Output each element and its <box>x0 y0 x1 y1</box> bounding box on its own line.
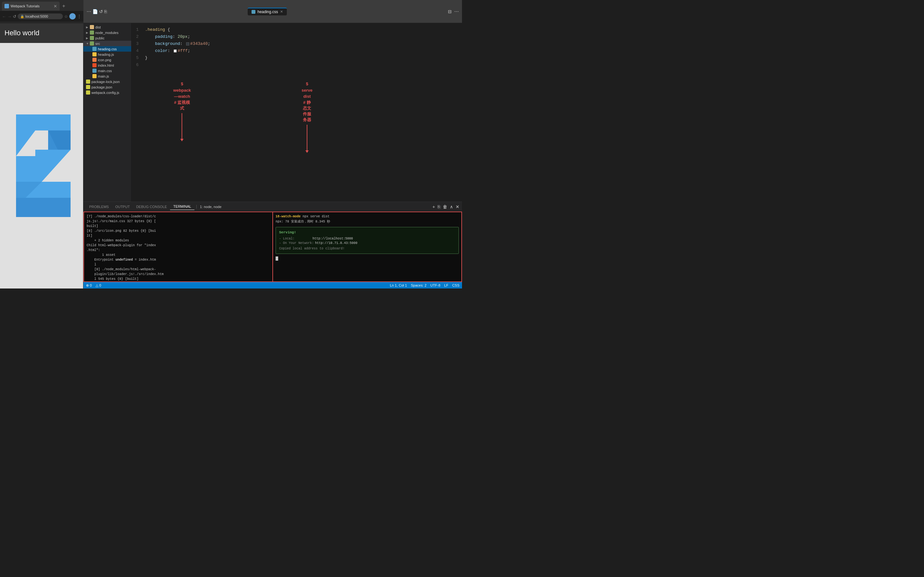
browser-menu-icon[interactable]: ⋮ <box>77 14 81 19</box>
vscode-split-icon[interactable]: ⎘ <box>104 9 107 14</box>
tab-output[interactable]: OUTPUT <box>112 203 133 210</box>
layout-icon[interactable]: ⊟ <box>448 9 452 14</box>
tab-close-icon2[interactable]: ✕ <box>280 10 283 14</box>
terminal-add-icon[interactable]: + <box>433 204 435 210</box>
file-tree-item-package-lock[interactable]: package-lock.json <box>83 79 131 84</box>
terminal-close-icon[interactable]: ✕ <box>456 204 459 210</box>
status-encoding[interactable]: UTF-8 <box>430 284 440 287</box>
status-errors[interactable]: ⊗ 0 <box>86 284 92 287</box>
tab-filename: heading.css <box>257 10 278 14</box>
browser-logo-area <box>0 43 83 288</box>
browser-page-header: Hello world <box>0 23 83 43</box>
status-spaces[interactable]: Spaces: 2 <box>411 284 426 287</box>
vscode-refresh-icon[interactable]: ↺ <box>99 9 103 14</box>
copied-label: Copied local address to clipboard! <box>279 247 455 250</box>
code-content[interactable]: .heading { padding: 20px; background: #3… <box>141 23 462 201</box>
file-tree-item-main-js[interactable]: main.js <box>83 73 131 79</box>
tab-title: Webpack Tutorials <box>11 4 52 8</box>
status-warnings[interactable]: △ 0 <box>95 284 101 287</box>
tab-favicon <box>5 4 9 8</box>
page-title: Hello world <box>5 29 79 37</box>
profile-avatar[interactable] <box>69 13 76 19</box>
tab-terminal[interactable]: TERMINAL <box>170 203 194 210</box>
local-label: - Local: <box>279 237 311 240</box>
vscode-open-file-tab[interactable]: heading.css ✕ <box>248 8 286 15</box>
terminal-left[interactable]: [7] ./node_modules/css-loader/dist/c js.… <box>83 211 273 282</box>
serve-box: Serving! - Local: http://localhost:5000 … <box>276 227 459 254</box>
terminal-node-label: 1: node, node <box>196 205 225 209</box>
file-tree-item-node-modules[interactable]: ▶ node_modules <box>83 30 131 35</box>
status-eol[interactable]: LF <box>444 284 449 287</box>
status-lang[interactable]: CSS <box>452 284 459 287</box>
file-tree-item-dist[interactable]: ▶ dist <box>83 24 131 30</box>
vscode-explorer-icon[interactable]: 📄 <box>92 9 98 14</box>
tab-css-icon <box>252 10 255 14</box>
file-tree-item-main-css[interactable]: main.css <box>83 68 131 73</box>
reload-button[interactable]: ↺ <box>13 14 16 19</box>
terminal-install-line: npx: 78 安装成功，用时 8.345 秒 <box>276 219 459 224</box>
file-tree-item-package-json[interactable]: package.json <box>83 84 131 90</box>
z-logo-svg <box>6 105 77 227</box>
browser-panel: Hello world <box>0 23 83 288</box>
line-numbers: 1 2 3 4 5 6 <box>132 23 141 201</box>
status-bar: ⊗ 0 △ 0 Ln 1, Col 1 Spaces: 2 UTF-8 LF C… <box>83 282 462 288</box>
svg-marker-2 <box>16 150 71 182</box>
back-button[interactable]: ← <box>2 14 6 19</box>
lock-icon: 🔒 <box>20 15 24 18</box>
tab-debug-console[interactable]: DEBUG CONSOLE <box>133 203 170 210</box>
terminal-right[interactable]: 18-watch-mode npx serve dist npx: 78 安装成… <box>273 211 462 282</box>
vscode-panel: ▶ dist ▶ node_modules ▶ public <box>83 23 462 288</box>
new-tab-button[interactable]: + <box>61 3 66 9</box>
file-tree-item-heading-css[interactable]: heading.css <box>83 46 131 52</box>
network-label: - On Your Network: <box>279 242 314 245</box>
forward-button[interactable]: → <box>7 14 11 19</box>
svg-marker-4 <box>16 198 71 217</box>
more-actions-icon[interactable]: ⋯ <box>454 9 459 14</box>
status-ln[interactable]: Ln 1, Col 1 <box>390 284 407 287</box>
terminal-up-icon[interactable]: ∧ <box>450 204 453 210</box>
local-url: http://localhost:5000 <box>312 237 353 240</box>
tab-problems[interactable]: PROBLEMS <box>86 203 112 210</box>
file-tree-item-webpack-config[interactable]: webpack.config.js <box>83 90 131 95</box>
network-url: http://10.71.8.43:5000 <box>315 242 357 245</box>
file-tree-item-icon-png[interactable]: icon.png <box>83 57 131 63</box>
address-text: localhost:5000 <box>25 15 48 18</box>
terminal-trash-icon[interactable]: 🗑 <box>443 204 447 210</box>
file-tree-item-index-html[interactable]: index.html <box>83 63 131 68</box>
file-tree-item-public[interactable]: ▶ public <box>83 35 131 41</box>
terminal-split-icon[interactable]: ⎘ <box>438 204 440 210</box>
terminal-right-cmd: npx serve dist <box>302 215 330 218</box>
terminal-prefix: 18-watch-mode <box>276 215 300 218</box>
browser-tab[interactable]: Webpack Tutorials ✕ <box>2 2 60 11</box>
file-explorer: ▶ dist ▶ node_modules ▶ public <box>83 23 132 201</box>
tab-close-icon[interactable]: ✕ <box>53 4 57 9</box>
file-tree-item-src[interactable]: ▼ src <box>83 41 131 46</box>
bookmark-icon[interactable]: ☆ <box>64 14 68 19</box>
vscode-menu-icon[interactable]: ⋯ <box>87 9 91 14</box>
file-tree-item-heading-js[interactable]: heading.js <box>83 52 131 57</box>
terminal-section: PROBLEMS OUTPUT DEBUG CONSOLE TERMINAL 1… <box>83 201 462 282</box>
address-bar[interactable]: 🔒 localhost:5000 <box>18 13 63 19</box>
serving-label: Serving! <box>279 230 455 234</box>
code-editor: 1 2 3 4 5 6 .heading { padding: 20px; ba… <box>132 23 462 201</box>
terminal-tab-bar: PROBLEMS OUTPUT DEBUG CONSOLE TERMINAL 1… <box>83 202 462 211</box>
